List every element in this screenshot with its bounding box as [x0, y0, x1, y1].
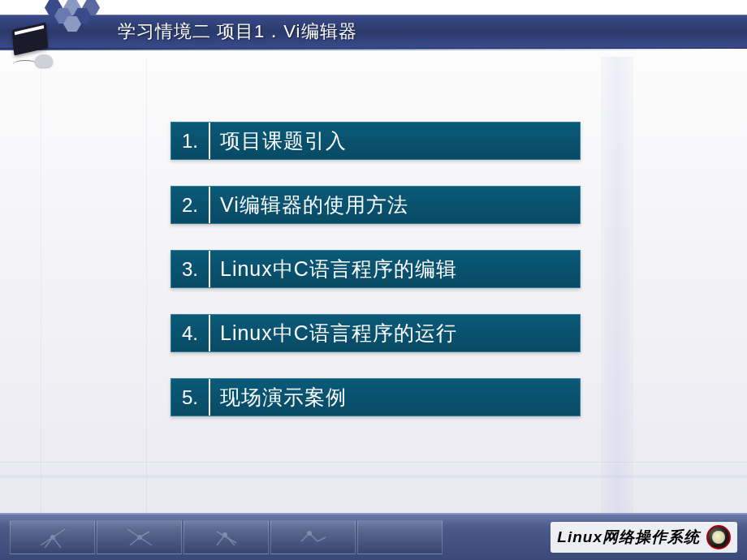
footer-brand: Linux网络操作系统 — [551, 522, 737, 553]
footer-panel — [357, 520, 443, 554]
bg-line — [0, 474, 747, 479]
figure-icon — [210, 525, 243, 549]
bg-line — [0, 462, 747, 463]
menu-number: 5. — [171, 379, 210, 416]
menu-label: Linux中C语言程序的运行 — [210, 315, 580, 351]
footer-panel — [270, 520, 356, 554]
bg-line — [146, 57, 147, 513]
menu-item-3[interactable]: 3. Linux中C语言程序的编辑 — [171, 250, 581, 288]
penguin-logo-icon — [706, 525, 731, 549]
menu-item-5[interactable]: 5. 现场演示案例 — [171, 378, 581, 416]
menu-number: 1. — [171, 123, 210, 159]
header-underline — [0, 49, 747, 50]
bg-line — [601, 57, 633, 513]
svg-line-15 — [317, 537, 326, 541]
footer-panel — [97, 520, 182, 554]
bg-line — [41, 57, 41, 513]
menu-label: Vi编辑器的使用方法 — [210, 187, 580, 223]
svg-line-11 — [225, 535, 235, 545]
menu-number: 2. — [171, 187, 210, 223]
figure-icon — [37, 525, 69, 549]
menu-label: 项目课题引入 — [210, 123, 580, 159]
menu-list: 1. 项目课题引入 2. Vi编辑器的使用方法 3. Linux中C语言程序的编… — [171, 122, 581, 442]
figure-icon — [123, 525, 156, 549]
svg-line-13 — [309, 533, 317, 541]
svg-line-3 — [53, 537, 61, 548]
menu-item-4[interactable]: 4. Linux中C语言程序的运行 — [171, 314, 581, 352]
footer-segments — [10, 520, 443, 554]
book-mouse-icon — [6, 26, 63, 75]
menu-number: 4. — [171, 315, 210, 351]
footer-panel — [10, 520, 95, 554]
menu-label: Linux中C语言程序的编辑 — [210, 251, 580, 287]
menu-label: 现场演示案例 — [210, 379, 580, 416]
menu-item-2[interactable]: 2. Vi编辑器的使用方法 — [171, 186, 581, 224]
svg-line-10 — [217, 535, 225, 545]
footer-panel — [184, 520, 269, 554]
page-title: 学习情境二 项目1．Vi编辑器 — [118, 19, 357, 44]
menu-number: 3. — [171, 251, 210, 287]
menu-item-1[interactable]: 1. 项目课题引入 — [171, 122, 581, 160]
footer-bar: Linux网络操作系统 — [0, 513, 747, 560]
svg-line-6 — [130, 537, 140, 545]
svg-line-7 — [140, 532, 149, 537]
svg-line-14 — [301, 533, 309, 541]
figure-icon — [297, 525, 330, 549]
footer-brand-text: Linux网络操作系统 — [557, 527, 700, 548]
